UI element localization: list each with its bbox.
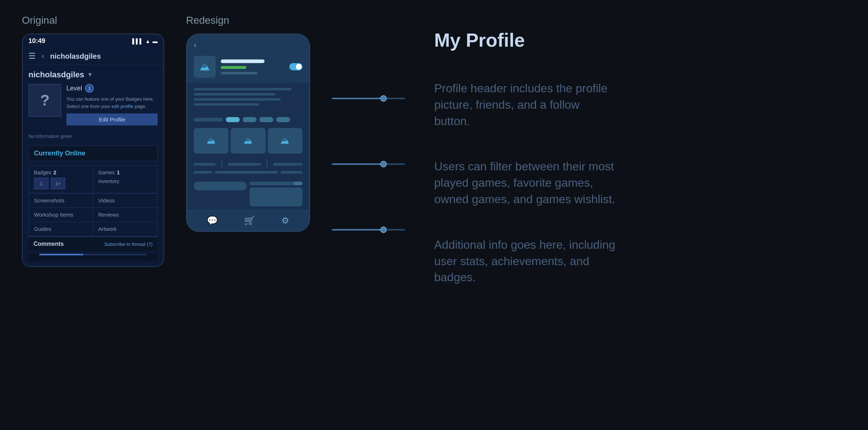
slider-3[interactable] [332,229,405,231]
description-text-2: Users can filter between their most play… [434,158,617,207]
rd-filter-chip-3[interactable] [259,117,273,122]
edit-profile-link[interactable]: edit profile [112,104,134,109]
redesign-section: Redesign ‹ ⛰ [186,15,325,232]
rd-sub-bar [221,72,257,74]
description-title-block: My Profile [434,29,824,51]
slider-2-fill [332,163,383,165]
no-info-text: No information given. [28,131,158,142]
rd-avatar: ⛰ [194,56,216,78]
rd-list-item-2 [194,171,302,174]
slider-1[interactable] [332,98,405,99]
currently-online-label: Currently Online [34,150,85,157]
rd-game-icon-1: ⛰ [207,136,216,146]
rd-back-icon[interactable]: ‹ [194,40,196,50]
avatar-question-icon: ? [40,92,50,109]
scroll-track [39,254,147,255]
rd-cart-icon[interactable]: 🛒 [244,216,255,226]
guides-cell[interactable]: Guides [29,222,93,236]
rd-bottom-left [194,182,247,206]
status-bar: 10:49 ▌▌▌ ▲ ▬ [23,34,163,48]
slider-1-knob[interactable] [380,95,387,102]
rd-text-line-4 [194,103,259,106]
level-row: Level 1 [66,84,158,93]
rd-bottom-pill [194,182,247,190]
screenshots-label: Screenshots [34,197,64,204]
badge-item-2: 1+ [51,178,65,189]
comments-label: Comments [34,241,64,247]
rd-profile-card: ⛰ [194,56,302,78]
rd-nav-bar: 💬 🛒 ⚙ [187,210,309,231]
rd-level-bar [221,66,246,69]
rd-follow-toggle[interactable] [289,63,302,70]
games-count: 1 [117,170,120,175]
rd-list-section: ⋮ ⋮ [187,157,309,179]
reviews-cell[interactable]: Reviews [93,208,157,222]
rd-back-row: ‹ [194,40,302,50]
rd-text-line-1 [194,88,292,90]
redesign-phone: ‹ ⛰ [186,34,310,232]
rd-dots-icon-2: ⋮ [264,160,270,168]
level-text: Level [66,85,82,92]
rd-text-line-3 [194,98,281,101]
description-text-3: Additional info goes here, including use… [434,237,617,286]
rd-game-card-1[interactable]: ⛰ [194,128,228,154]
badge-item-1: 1 [34,178,49,189]
description-section: My Profile Profile header includes the p… [412,15,846,300]
rd-game-icon-3: ⛰ [281,136,289,146]
description-text-1: Profile header includes the profile pict… [434,80,617,129]
signal-icon: ▌▌▌ [132,38,143,44]
screenshots-cell[interactable]: Screenshots [29,194,93,208]
rd-settings-icon[interactable]: ⚙ [281,216,289,226]
hamburger-icon[interactable]: ☰ [28,51,36,61]
badge-items: 1 1+ [34,178,88,189]
edit-profile-button[interactable]: Edit Profile [66,113,158,125]
original-label: Original [22,15,175,26]
slider-2-knob[interactable] [380,161,387,167]
badges-label: Badges 2 [34,170,88,175]
workshop-items-label: Workshop Items [34,212,73,218]
slider-2[interactable] [332,163,405,165]
level-badge: 1 [85,84,94,93]
lower-grid: Screenshots Videos Workshop Items Review… [28,194,158,237]
rd-game-card-2[interactable]: ⛰ [231,128,265,154]
original-phone: 10:49 ▌▌▌ ▲ ▬ ☰ ‹ nicholasdgiles nichola… [22,34,164,267]
dropdown-arrow-icon[interactable]: ▼ [87,71,93,78]
rd-chat-icon[interactable]: 💬 [207,216,218,226]
profile-username: nicholasdgiles [28,70,84,80]
redesign-label: Redesign [186,15,325,26]
rd-filter-bar [194,118,223,121]
description-block-2: Users can filter between their most play… [434,158,617,207]
wifi-icon: ▲ [145,38,150,44]
rd-bottom-card [250,187,302,206]
slider-3-knob[interactable] [380,226,387,233]
games-inventory-cell: Games 1 Inventory [93,166,157,193]
original-section: Original 10:49 ▌▌▌ ▲ ▬ ☰ ‹ nicholasdgile… [22,15,175,267]
videos-cell[interactable]: Videos [93,194,157,208]
subscribe-link[interactable]: Subscribe to thread (7) [104,241,153,247]
username-row: nicholasdgiles ▼ [28,70,158,80]
workshop-items-cell[interactable]: Workshop Items [29,208,93,222]
battery-icon: ▬ [153,38,158,44]
games-label-row: Games 1 [98,170,152,175]
back-icon[interactable]: ‹ [42,51,44,61]
rd-games-grid: ⛰ ⛰ ⛰ [187,126,309,157]
redesign-header: ‹ ⛰ [187,35,309,83]
rd-game-card-3[interactable]: ⛰ [268,128,302,154]
profile-info: Level 1 You can feature one of your Badg… [66,84,158,125]
scroll-thumb [39,254,83,255]
rd-bottom-right [250,182,302,206]
badge-description: You can feature one of your Badges here.… [66,96,158,110]
currently-online-bar: Currently Online [28,146,158,161]
rd-list-item-1: ⋮ ⋮ [194,160,302,168]
comments-bar: Comments Subscribe to thread (7) [28,237,158,251]
description-title: My Profile [434,29,824,51]
rd-filter-chip-2[interactable] [243,117,256,122]
phone-content: nicholasdgiles ▼ ? Level 1 You can featu… [23,65,163,266]
rd-filter-chip-4[interactable] [276,117,290,122]
rd-filter-chip-1[interactable] [226,117,240,122]
rd-filter-row [187,113,309,126]
rd-username-bar [221,59,265,63]
slider-3-fill [332,229,383,231]
artwork-cell[interactable]: Artwork [93,222,157,236]
scroll-area [28,254,158,261]
